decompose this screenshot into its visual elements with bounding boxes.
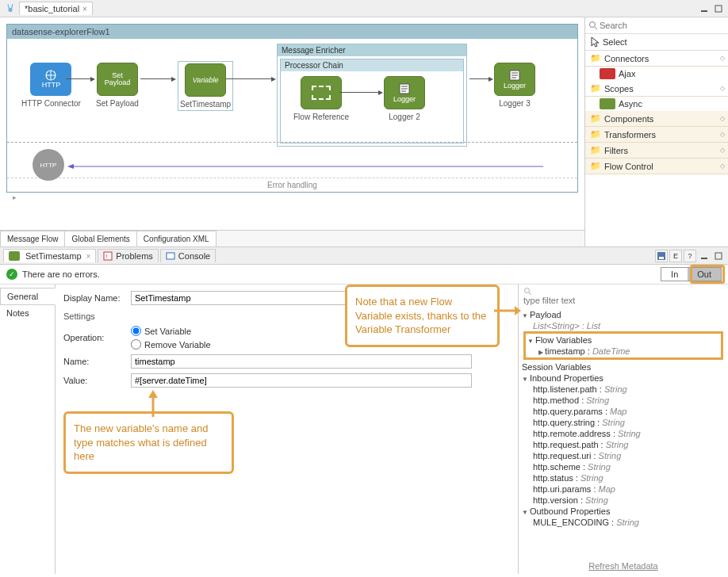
tree-inbound-prop: http.query.params : Map <box>522 406 725 417</box>
palette-item-async[interactable]: Async <box>585 97 728 111</box>
nav-notes[interactable]: Notes <box>0 305 55 321</box>
flow-reference-node[interactable]: Flow Reference <box>293 76 349 121</box>
properties-form: Display Name: Settings Operation: Set Va… <box>56 285 518 574</box>
help-button[interactable]: ? <box>684 250 696 262</box>
palette-category-filters[interactable]: 📁Filters ◇ <box>585 143 728 159</box>
enricher-title: Message Enricher <box>278 44 466 56</box>
svg-rect-11 <box>167 253 174 259</box>
tree-inbound-prop: http.request.path : String <box>522 439 725 450</box>
http-connector-node[interactable]: HTTP HTTP Connector <box>21 63 81 108</box>
maximize-view-icon[interactable] <box>712 250 725 262</box>
expand-icon: ◇ <box>720 131 723 138</box>
console-icon <box>166 251 175 261</box>
tab-console[interactable]: Console <box>160 249 216 262</box>
callout-highlight-out <box>690 265 725 284</box>
folder-icon: 📁 <box>590 83 601 94</box>
async-icon <box>600 98 615 109</box>
svg-point-7 <box>590 22 596 28</box>
palette-search-input[interactable] <box>598 19 725 32</box>
svg-marker-16 <box>515 306 521 315</box>
palette-category-components[interactable]: 📁Components ◇ <box>585 111 728 127</box>
cursor-icon <box>590 36 600 48</box>
search-icon <box>588 21 598 30</box>
return-arrow-icon <box>67 163 543 170</box>
tree-inbound-prop: http.request.uri : String <box>522 450 725 461</box>
tab-problems[interactable]: ! Problems <box>98 249 158 262</box>
value-label: Value: <box>63 376 131 385</box>
minimize-view-icon[interactable] <box>698 250 711 262</box>
variable-icon <box>9 251 20 261</box>
tree-flow-variables[interactable]: Flow Variables <box>527 334 719 346</box>
palette-select-tool[interactable]: Select <box>585 34 728 51</box>
value-input[interactable] <box>131 373 472 388</box>
tab-message-flow[interactable]: Message Flow <box>0 231 65 246</box>
arrow-icon <box>226 78 272 79</box>
set-payload-node[interactable]: Set Payload Set Payload <box>96 63 139 108</box>
metadata-inspector: Payload List<String> : List Flow Variabl… <box>518 285 728 574</box>
expand-icon: ◇ <box>720 115 723 122</box>
folder-icon: 📁 <box>590 161 601 171</box>
problems-icon: ! <box>103 251 113 261</box>
inspector-filter-input[interactable] <box>523 296 723 305</box>
tree-timestamp[interactable]: timestamp : DateTime <box>527 346 719 357</box>
file-tab-label: *basic_tutorial <box>25 4 79 13</box>
arrow-icon <box>66 78 91 79</box>
title-bar: *basic_tutorial × <box>0 0 728 17</box>
arrow-icon <box>140 78 172 79</box>
flowref-icon <box>312 86 331 100</box>
logger-icon <box>508 69 522 82</box>
outline-button[interactable]: E <box>669 250 682 262</box>
svg-line-8 <box>595 27 597 29</box>
tree-inbound-prop: http.uri.params : Map <box>522 483 725 495</box>
http-response-node[interactable]: HTTP <box>33 149 64 181</box>
processor-chain: Processor Chain Flow Reference Logger Lo… <box>280 59 464 143</box>
editor-tabs-bar: SetTimestamp × ! Problems Console E ? <box>0 247 728 265</box>
tree-mule-encoding: MULE_ENCODING : String <box>522 517 725 528</box>
in-tab[interactable]: In <box>661 268 688 281</box>
tree-inbound-properties[interactable]: Inbound Properties <box>522 373 725 384</box>
palette-category-connectors[interactable]: 📁Connectors ◇ <box>585 51 728 67</box>
flow-title: datasense-explorerFlow1 <box>7 25 577 39</box>
tree-inbound-prop: http.listener.path : String <box>522 384 725 395</box>
radio-set-variable[interactable]: Set Variable <box>131 326 211 336</box>
palette-category-transformers[interactable]: 📁Transformers ◇ <box>585 127 728 143</box>
radio-remove-variable[interactable]: Remove Variable <box>131 339 211 350</box>
tree-session-variables[interactable]: Session Variables <box>522 361 725 373</box>
tree-inbound-prop: http.remote.address : String <box>522 428 725 439</box>
expand-icon: ◇ <box>720 147 723 154</box>
tab-settimestamp[interactable]: SetTimestamp × <box>3 249 96 262</box>
globe-icon <box>43 70 59 81</box>
operation-label: Operation: <box>63 333 131 342</box>
bunny-icon <box>5 3 16 14</box>
nav-general[interactable]: General <box>0 288 56 305</box>
message-enricher-scope[interactable]: Message Enricher Processor Chain Flow Re… <box>277 44 467 147</box>
flow-container: datasense-explorerFlow1 HTTP HTTP Connec… <box>6 24 578 193</box>
svg-rect-15 <box>715 253 722 259</box>
palette-category-scopes[interactable]: 📁Scopes ◇ <box>585 81 728 97</box>
logger3-node[interactable]: Logger Logger 3 <box>494 63 535 108</box>
collapse-icon: ◇ <box>720 55 723 62</box>
variable-node[interactable]: Variable SetTimestamp <box>178 61 233 111</box>
tab-global-elements[interactable]: Global Elements <box>64 231 136 246</box>
palette-category-flowcontrol[interactable]: 📁Flow Control ◇ <box>585 159 728 174</box>
tab-configuration-xml[interactable]: Configuration XML <box>136 231 216 246</box>
name-input[interactable] <box>131 354 472 369</box>
minimize-icon[interactable] <box>699 4 709 13</box>
svg-rect-14 <box>701 258 707 259</box>
close-tab-icon[interactable]: × <box>86 252 91 261</box>
refresh-metadata-link[interactable]: Refresh Metadata <box>519 558 728 574</box>
maximize-icon[interactable] <box>714 4 723 13</box>
save-button[interactable] <box>655 250 668 262</box>
expand-icon: ◇ <box>720 162 723 170</box>
close-tab-icon[interactable]: × <box>82 5 87 13</box>
folder-icon: 📁 <box>590 129 601 139</box>
file-tab[interactable]: *basic_tutorial × <box>19 2 93 15</box>
palette-item-ajax[interactable]: Ajax <box>585 67 728 81</box>
tree-payload[interactable]: Payload <box>522 309 725 320</box>
logger2-node[interactable]: Logger Logger 2 <box>384 76 425 121</box>
callout-flow-variable: Note that a new Flow Variable exists, th… <box>345 285 500 347</box>
folder-icon: 📁 <box>590 53 601 63</box>
callout-highlight-flowvars: Flow Variables timestamp : DateTime <box>523 331 723 360</box>
tree-outbound-properties[interactable]: Outbound Properties <box>522 506 725 517</box>
collapse-icon: ◇ <box>720 85 723 92</box>
